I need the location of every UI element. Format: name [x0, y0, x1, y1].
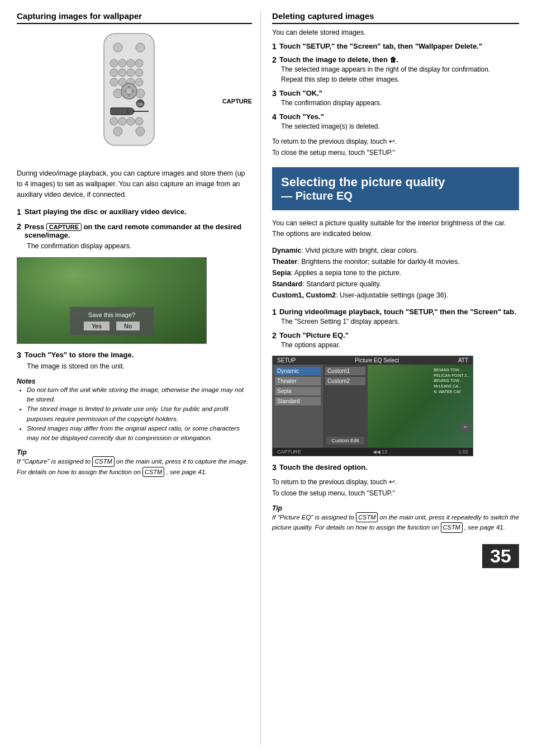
svg-point-28	[110, 117, 118, 125]
eq-opt-standard-name: Standard	[272, 280, 302, 288]
notes-section: Notes Do not turn off the unit while sto…	[17, 377, 252, 443]
del-step-4-number: 4	[272, 112, 277, 121]
notes-list: Do not turn off the unit while storing t…	[17, 385, 252, 443]
left-column: Capturing images for wallpaper	[6, 11, 261, 745]
svg-point-29	[118, 117, 126, 125]
eq-header-left: SETUP	[277, 357, 296, 363]
eq-menu-dynamic[interactable]: Dynamic	[275, 367, 321, 375]
eq-cstm-btn-2: CSTM	[441, 522, 463, 533]
eq-custom-1[interactable]: Custom1	[325, 367, 365, 375]
cstm-btn-2: CSTM	[142, 467, 164, 478]
tip-prefix: If "Capture" is assigned to	[17, 458, 91, 465]
del-return-text: To return to the previous display, touch…	[272, 136, 519, 158]
del-step-2: 2 Touch the image to delete, then 🗑. The…	[272, 55, 519, 84]
eq-step-2-number: 2	[272, 331, 277, 340]
eq-tip-text: If "Picture EQ" is assigned to CSTM on t…	[272, 512, 519, 533]
note-item: Stored images may differ from the origin…	[27, 424, 252, 443]
eq-opt-sepia-desc: : Applies a sepia tone to the picture.	[291, 269, 401, 277]
eq-cstm-btn-1: CSTM	[356, 512, 378, 523]
svg-point-14	[135, 78, 143, 86]
dialog-text: Save this image?	[79, 311, 145, 318]
eq-header-right: ATT	[458, 357, 468, 363]
eq-back-btn: ↩	[461, 423, 470, 431]
eq-screen-body: Dynamic Theater Sepia Standard Custom1 C…	[273, 365, 473, 448]
eq-menu-column: Dynamic Theater Sepia Standard	[273, 365, 323, 448]
svg-point-11	[110, 78, 118, 86]
eq-opt-dynamic-desc: : Vivid picture with bright, clear color…	[301, 247, 418, 254]
step-2-prefix: Press	[25, 223, 44, 231]
right-column: Deleting captured images You can delete …	[261, 11, 527, 745]
del-step-3: 3 Touch "OK." The confirmation display a…	[272, 89, 519, 108]
eq-screen-header: SETUP Picture EQ Select ATT	[273, 356, 473, 365]
svg-point-2	[136, 43, 145, 52]
svg-point-10	[135, 69, 143, 77]
return-prefix: To return to the previous display, touch	[272, 138, 387, 145]
note-item: The stored image is limited to private u…	[27, 404, 252, 424]
eq-background-image: BEVANS TOW... PELICAN POINT 2... BEVANS …	[368, 365, 473, 448]
eq-opt-custom-name: Custom1, Custom2	[272, 291, 336, 299]
eq-step-1-body: The "Screen Setting 1" display appears.	[272, 316, 519, 327]
eq-step-3-title: Touch the desired option.	[279, 463, 368, 471]
remote-svg: OK	[87, 31, 182, 159]
eq-opt-dynamic-name: Dynamic	[272, 247, 301, 254]
eq-custom-edit[interactable]: Custom Edit	[326, 437, 364, 445]
eq-tip-prefix: If "Picture EQ" is assigned to	[272, 514, 354, 521]
eq-tip-title: Tip	[272, 504, 519, 512]
tip-title: Tip	[17, 448, 252, 456]
eq-screen-mockup: SETUP Picture EQ Select ATT Dynamic Thea…	[272, 356, 473, 456]
svg-point-22	[126, 88, 132, 94]
eq-menu-standard[interactable]: Standard	[275, 397, 321, 405]
eq-step-2: 2 Touch "Picture EQ." The options appear…	[272, 331, 519, 350]
tip-text: If "Capture" is assigned to CSTM on the …	[17, 456, 252, 477]
note-item: Do not turn off the unit while storing t…	[27, 385, 252, 405]
eq-opt-theater-name: Theater	[272, 258, 297, 266]
eq-opt-standard-desc: : Standard picture quality.	[302, 280, 381, 288]
tip-end: , see page 41.	[166, 469, 207, 475]
eq-map-labels: BEVANS TOW... PELICAN POINT 2... BEVANS …	[434, 367, 470, 395]
picture-eq-title-line1: Selecting the picture quality	[281, 175, 510, 190]
return-setup: To close the setup menu, touch "SETUP."	[272, 149, 395, 157]
eq-back-button[interactable]: ↩	[461, 423, 470, 431]
eq-return-prefix: To return to the previous display, touch	[272, 478, 387, 486]
page-num-container: 35	[272, 544, 519, 568]
del-intro: You can delete stored images.	[272, 29, 519, 36]
eq-intro-1: You can select a picture quality suitabl…	[272, 218, 519, 239]
dialog-yes-button[interactable]: Yes	[84, 322, 110, 330]
step-3-title: Touch "Yes" to store the image.	[25, 351, 134, 359]
page: Capturing images for wallpaper	[0, 0, 533, 756]
step-2-body: The confirmation display appears.	[17, 241, 252, 252]
eq-footer-time: 1:02	[459, 449, 469, 455]
eq-menu-sepia[interactable]: Sepia	[275, 387, 321, 395]
eq-opt-theater-desc: : Brightens the monitor; suitable for da…	[297, 258, 459, 266]
del-step-3-body: The confirmation display appears.	[272, 98, 519, 108]
remote-diagram: OK CAPTURE	[17, 31, 252, 159]
tip-section: Tip If "Capture" is assigned to CSTM on …	[17, 448, 252, 477]
svg-point-32	[113, 127, 122, 136]
step-1-number: 1	[17, 207, 21, 216]
eq-return-setup: To close the setup menu, touch "SETUP."	[272, 489, 395, 497]
svg-point-4	[118, 59, 126, 67]
capture-diagram-label: CAPTURE	[222, 98, 252, 105]
svg-point-6	[135, 59, 143, 67]
del-step-1-number: 1	[272, 42, 277, 51]
eq-opt-sepia-name: Sepia	[272, 269, 291, 277]
eq-screen-footer: CAPTURE ◀◀ 13 1:02	[273, 448, 473, 456]
eq-menu-theater[interactable]: Theater	[275, 377, 321, 385]
eq-custom-2[interactable]: Custom2	[325, 377, 365, 385]
eq-step-1: 1 During video/image playback, touch "SE…	[272, 308, 519, 327]
eq-opt-custom-desc: : User-adjustable settings (page 36).	[336, 291, 449, 299]
eq-step-1-title: During video/image playback, touch "SETU…	[279, 308, 516, 316]
svg-point-1	[113, 43, 122, 52]
svg-point-3	[110, 59, 118, 67]
svg-point-30	[127, 117, 135, 125]
del-step-1: 1 Touch "SETUP," the "Screen" tab, then …	[272, 42, 519, 51]
del-section-title: Deleting captured images	[272, 11, 519, 24]
del-step-4-title: Touch "Yes."	[279, 112, 324, 121]
svg-point-9	[127, 69, 135, 77]
eq-step-3: 3 Touch the desired option.	[272, 463, 519, 472]
eq-footer-capture: CAPTURE	[277, 449, 301, 455]
eq-menu-title: Picture EQ Select	[355, 357, 399, 363]
del-step-2-body1: The selected image appears in the right …	[272, 64, 519, 74]
dialog-no-button[interactable]: No	[116, 322, 140, 330]
del-step-3-number: 3	[272, 89, 277, 98]
